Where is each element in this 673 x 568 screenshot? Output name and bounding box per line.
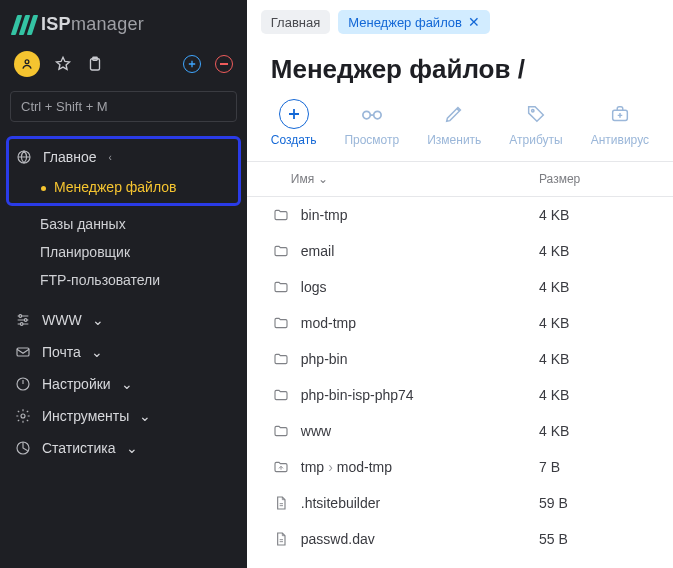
nav-item-scheduler[interactable]: Планировщик [36,238,237,266]
sidebar-nav: Главное ‹ Менеджер файлов Базы данных Пл… [10,136,237,464]
table-row[interactable]: passwd.dav55 B [247,521,673,557]
toolbar-edit[interactable]: Изменить [427,99,481,147]
remove-circle-button[interactable] [215,55,233,73]
file-name: passwd.dav [301,531,539,547]
toolbar: Создать Просмотр Изменить Атрибуты Антив… [247,93,673,161]
file-name: mod-tmp [301,315,539,331]
sidebar-util-row [10,47,237,91]
folder-icon [271,243,291,259]
file-name: bin-tmp [301,207,539,223]
active-bullet-icon [41,186,46,191]
chevron-down-icon: ⌄ [126,440,138,456]
toolbar-create[interactable]: Создать [271,99,317,147]
file-size: 4 KB [539,207,649,223]
chevron-down-icon: ⌄ [91,344,103,360]
nav-cat-settings[interactable]: Настройки ⌄ [10,368,237,400]
nav-cat-www[interactable]: WWW ⌄ [10,304,237,336]
file-size: 4 KB [539,423,649,439]
col-name[interactable]: Имя ⌄ [271,172,539,186]
svg-point-5 [24,319,27,322]
tag-icon [521,99,551,129]
sliders-icon [14,312,32,328]
sidebar: ISPmanager Ctrl + Shift + M Главное ‹ [0,0,247,568]
pie-icon [14,440,32,456]
toolbar-antivirus[interactable]: Антивирус [591,99,649,147]
table-row[interactable]: tmp›mod-tmp7 B [247,449,673,485]
toolbar-view[interactable]: Просмотр [344,99,399,147]
tab-bar: Главная Менеджер файлов ✕ [247,0,673,40]
favorites-icon[interactable] [54,55,72,73]
table-row[interactable]: bin-tmp4 KB [247,197,673,233]
file-name: php-bin-isp-php74 [301,387,539,403]
nav-cat-stats[interactable]: Статистика ⌄ [10,432,237,464]
power-icon [14,376,32,392]
command-shortcut[interactable]: Ctrl + Shift + M [10,91,237,122]
svg-point-9 [21,414,25,418]
file-size: 7 B [539,459,649,475]
user-avatar-button[interactable] [14,51,40,77]
nav-item-file-manager[interactable]: Менеджер файлов [37,173,236,201]
folder-icon [271,351,291,367]
col-size[interactable]: Размер [539,172,649,186]
tab-file-manager[interactable]: Менеджер файлов ✕ [338,10,490,34]
folder-icon [271,387,291,403]
file-size: 4 KB [539,243,649,259]
chevron-down-icon: ⌄ [318,172,328,186]
clipboard-icon[interactable] [86,55,104,73]
chevron-down-icon: ⌄ [139,408,151,424]
page-title: Менеджер файлов / [271,54,649,85]
table-row[interactable]: php-bin4 KB [247,341,673,377]
globe-icon [15,149,33,165]
add-circle-button[interactable] [183,55,201,73]
folder-icon [271,423,291,439]
table-row[interactable]: logs4 KB [247,269,673,305]
file-name: www [301,423,539,439]
svg-point-11 [363,111,370,118]
nav-group-main[interactable]: Главное ‹ [11,141,236,173]
folder-icon [271,315,291,331]
folder-icon [271,279,291,295]
nav-item-databases[interactable]: Базы данных [36,210,237,238]
gear-icon [14,408,32,424]
nav-item-ftp-users[interactable]: FTP-пользователи [36,266,237,294]
brand-logo[interactable]: ISPmanager [10,10,237,47]
file-name: email [301,243,539,259]
mail-icon [14,344,32,360]
glasses-icon [357,99,387,129]
chevron-left-icon: ‹ [109,152,112,163]
file-name: php-bin [301,351,539,367]
file-name: tmp›mod-tmp [301,459,539,475]
main-area: Главная Менеджер файлов ✕ Менеджер файло… [247,0,673,568]
file-name: logs [301,279,539,295]
file-size: 4 KB [539,279,649,295]
medkit-icon [605,99,635,129]
file-size: 4 KB [539,351,649,367]
tab-home[interactable]: Главная [261,10,330,34]
brand-text: ISPmanager [41,14,144,35]
chevron-down-icon: ⌄ [92,312,104,328]
nav-cat-mail[interactable]: Почта ⌄ [10,336,237,368]
folder-icon [271,207,291,223]
toolbar-attrs[interactable]: Атрибуты [509,99,562,147]
symlink-icon [271,459,291,475]
file-size: 4 KB [539,315,649,331]
logo-slashes-icon [14,15,35,35]
svg-point-0 [25,60,29,64]
nav-group-main-label: Главное [43,149,97,165]
table-row[interactable]: www4 KB [247,413,673,449]
file-table: Имя ⌄ Размер bin-tmp4 KBemail4 KBlogs4 K… [247,161,673,568]
svg-point-12 [374,111,381,118]
file-size: 59 B [539,495,649,511]
table-row[interactable]: .htsitebuilder59 B [247,485,673,521]
close-icon[interactable]: ✕ [468,14,480,30]
tutorial-highlight: Главное ‹ Менеджер файлов [6,136,241,206]
file-size: 4 KB [539,387,649,403]
plus-icon [279,99,309,129]
table-row[interactable]: mod-tmp4 KB [247,305,673,341]
table-row[interactable]: php-bin-isp-php744 KB [247,377,673,413]
nav-cat-tools[interactable]: Инструменты ⌄ [10,400,237,432]
file-size: 55 B [539,531,649,547]
svg-point-13 [532,110,534,112]
table-row[interactable]: email4 KB [247,233,673,269]
pencil-icon [439,99,469,129]
